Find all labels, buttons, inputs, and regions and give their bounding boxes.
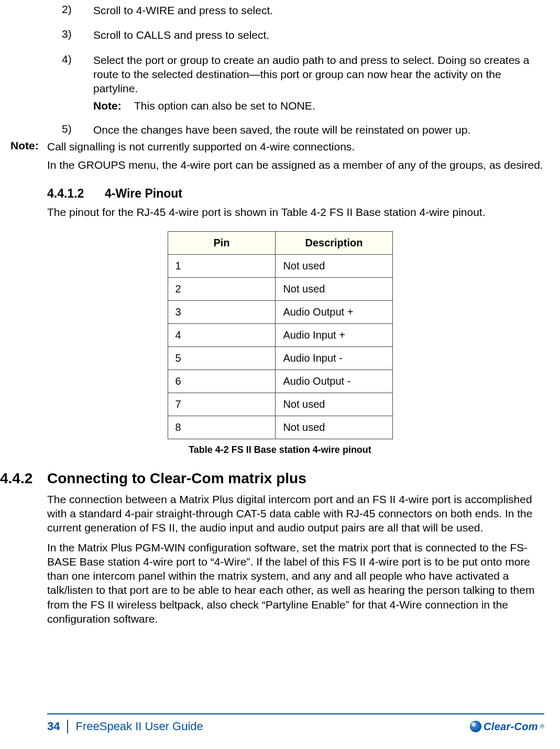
note-label: Note: [10, 139, 47, 172]
step-4: 4) Select the port or group to create an… [62, 53, 544, 113]
note-text: This option can also be set to NONE. [134, 100, 544, 112]
table-row: 7Not used [168, 393, 392, 416]
step-text: Scroll to CALLS and press to select. [93, 28, 544, 42]
brand-logo: Clear-Com® [470, 721, 544, 733]
table-caption: Table 4-2 FS II Base station 4-wire pino… [0, 444, 560, 455]
step-text: Scroll to 4-WIRE and press to select. [93, 3, 544, 17]
pinout-table: Pin Description 1Not used 2Not used 3Aud… [168, 231, 393, 439]
guide-title: FreeSpeak II User Guide [68, 720, 470, 733]
heading-title: 4-Wire Pinout [105, 187, 182, 200]
para: In the Matrix Plus PGM-WIN configuration… [47, 540, 544, 626]
outer-note: Note: Call signalling is not currently s… [10, 139, 544, 172]
table-row: 1Not used [168, 254, 392, 277]
heading-title: Connecting to Clear-Com matrix plus [47, 470, 306, 486]
step-5: 5) Once the changes have been saved, the… [62, 123, 544, 137]
table-row: 2Not used [168, 277, 392, 300]
heading-4-4-1-2: 4.4.1.24-Wire Pinout [47, 187, 560, 201]
section-intro: The pinout for the RJ-45 4-wire port is … [47, 205, 544, 219]
logo-icon [470, 721, 481, 732]
brand-text: Clear-Com [484, 721, 538, 733]
th-pin: Pin [168, 231, 276, 254]
th-desc: Description [276, 231, 392, 254]
table-row: 4Audio Input + [168, 323, 392, 346]
table-row: 8Not used [168, 416, 392, 439]
heading-4-4-2: 4.4.2Connecting to Clear-Com matrix plus [0, 470, 560, 487]
step-num: 3) [62, 28, 93, 42]
table-row: 6Audio Output - [168, 370, 392, 393]
note-label: Note: [93, 100, 134, 112]
step-text: Once the changes have been saved, the ro… [93, 123, 544, 137]
step-num: 5) [62, 123, 93, 137]
footer-rule [47, 713, 544, 714]
step-2: 2) Scroll to 4-WIRE and press to select. [62, 3, 544, 17]
registered-mark: ® [540, 723, 544, 730]
page-number: 34 [47, 720, 68, 733]
para: The connection between a Matrix Plus dig… [47, 492, 544, 535]
note-line1: Call signalling is not currently support… [47, 139, 544, 154]
footer: 34 FreeSpeak II User Guide Clear-Com® [0, 713, 560, 733]
heading-num: 4.4.2 [0, 470, 47, 487]
step-num: 4) [62, 53, 93, 96]
table-row: 3Audio Output + [168, 300, 392, 323]
table-row: 5Audio Input - [168, 346, 392, 370]
heading-num: 4.4.1.2 [47, 187, 105, 201]
step-3: 3) Scroll to CALLS and press to select. [62, 28, 544, 42]
note-line2: In the GROUPS menu, the 4-wire port can … [47, 158, 544, 172]
step-text: Select the port or group to create an au… [93, 53, 544, 96]
step-num: 2) [62, 3, 93, 17]
